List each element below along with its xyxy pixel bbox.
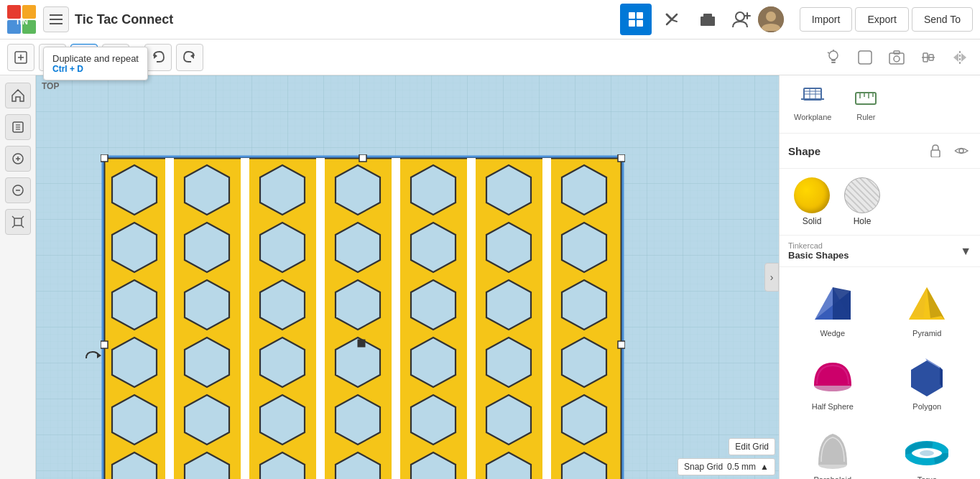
collapse-btn[interactable]: › <box>764 263 779 292</box>
svg-line-64 <box>12 225 14 228</box>
fit-btn[interactable] <box>5 209 31 235</box>
camera-btn[interactable] <box>884 45 910 70</box>
wedge-label: Wedge <box>820 329 845 338</box>
svg-point-21 <box>766 11 776 22</box>
workplane-label: Workplane <box>794 113 831 121</box>
panel-top-tools: Workplane Ruler <box>780 75 980 134</box>
library-brand: Tinkercad <box>788 241 849 250</box>
shape-item-paraboloid[interactable]: Paraboloid <box>787 421 879 479</box>
halfsphere-preview <box>811 355 854 398</box>
box-btn[interactable] <box>692 4 724 35</box>
svg-rect-11 <box>637 20 643 27</box>
solid-label: Solid <box>803 216 822 226</box>
shape-options: Solid Hole <box>780 169 980 236</box>
svg-marker-35 <box>154 53 157 59</box>
svg-point-37 <box>829 51 838 60</box>
svg-marker-50 <box>953 53 958 62</box>
pyramid-preview <box>905 282 948 325</box>
solid-option[interactable]: Solid <box>794 177 830 226</box>
ruler-label: Ruler <box>856 113 875 121</box>
svg-line-63 <box>22 216 24 218</box>
svg-rect-123 <box>101 154 108 162</box>
shape-item-halfsphere[interactable]: Half Sphere <box>787 348 879 418</box>
solid-preview <box>794 177 830 213</box>
svg-rect-5 <box>50 14 63 16</box>
svg-marker-155 <box>940 367 943 387</box>
undo-btn[interactable] <box>144 44 172 71</box>
svg-rect-131 <box>358 340 365 347</box>
shape-outline-btn[interactable] <box>852 45 878 70</box>
view-label: TOP <box>42 81 59 91</box>
mirror-btn[interactable] <box>947 45 973 70</box>
polygon-preview <box>905 355 948 398</box>
torus-label: Torus <box>917 475 937 479</box>
svg-line-62 <box>12 216 14 218</box>
lock-shape-btn[interactable] <box>925 141 946 161</box>
grid-view-btn[interactable] <box>620 4 652 35</box>
hole-label: Hole <box>854 216 872 226</box>
shape-item-wedge[interactable]: Wedge <box>787 274 879 345</box>
svg-rect-8 <box>629 12 635 19</box>
shape-item-polygon[interactable]: Polygon <box>882 348 974 418</box>
zoom-out-btn[interactable] <box>5 177 31 203</box>
wedge-preview <box>811 282 854 325</box>
svg-rect-144 <box>931 150 940 157</box>
pickaxe-btn[interactable] <box>656 4 688 35</box>
svg-rect-75 <box>316 158 325 479</box>
paraboloid-preview <box>811 428 854 471</box>
zoom-extent-btn[interactable] <box>5 114 31 140</box>
svg-rect-78 <box>542 158 551 479</box>
hole-option[interactable]: Hole <box>844 177 880 226</box>
hole-preview <box>844 177 880 213</box>
project-title: Tic Tac Connect <box>75 12 620 27</box>
left-sidebar <box>0 75 36 479</box>
svg-rect-7 <box>50 23 63 24</box>
import-btn[interactable]: Import <box>800 7 853 32</box>
add-user-btn[interactable] <box>728 6 754 32</box>
edit-grid-btn[interactable]: Edit Grid <box>729 438 775 455</box>
shape-item-pyramid[interactable]: Pyramid <box>882 274 974 345</box>
shape-header: Shape <box>780 134 980 169</box>
snap-dropdown-icon[interactable]: ▲ <box>760 462 769 472</box>
right-panel: Workplane Ruler Shape <box>779 75 980 479</box>
halfsphere-label: Half Sphere <box>812 402 854 411</box>
canvas-area[interactable]: TOP <box>36 75 779 479</box>
ruler-btn[interactable]: Ruler <box>846 83 886 126</box>
tinkercad-logo[interactable]: TIN <box>7 5 36 34</box>
redo-btn[interactable] <box>176 44 203 71</box>
svg-rect-77 <box>467 158 476 479</box>
snap-grid-value: 0.5 mm <box>727 462 756 472</box>
svg-rect-76 <box>392 158 400 479</box>
svg-line-41 <box>828 52 829 53</box>
rotate-btn[interactable] <box>83 348 104 370</box>
shapes-grid: Wedge Pyramid <box>780 267 980 479</box>
workplane-btn[interactable]: Workplane <box>787 83 838 126</box>
hex-model[interactable] <box>101 154 625 479</box>
svg-rect-124 <box>359 154 366 162</box>
library-header: Tinkercad Basic Shapes ▼ <box>780 236 980 267</box>
export-btn[interactable]: Export <box>855 7 908 32</box>
home-btn[interactable] <box>5 83 31 108</box>
menu-icon-btn[interactable] <box>43 6 69 32</box>
svg-point-159 <box>920 450 934 456</box>
send-to-btn[interactable]: Send To <box>912 7 973 32</box>
svg-rect-9 <box>637 12 643 19</box>
svg-line-65 <box>22 225 24 228</box>
library-dropdown-btn[interactable]: ▼ <box>960 245 971 258</box>
svg-rect-127 <box>618 341 625 348</box>
avatar-btn[interactable] <box>758 6 784 32</box>
new-shape-btn[interactable] <box>7 44 34 71</box>
svg-point-145 <box>959 149 963 153</box>
visible-shape-btn[interactable] <box>951 141 971 161</box>
svg-rect-125 <box>618 154 625 162</box>
align-btn[interactable] <box>915 45 941 70</box>
svg-rect-10 <box>629 20 635 27</box>
svg-point-17 <box>736 12 744 21</box>
svg-text:TIN: TIN <box>15 17 28 26</box>
torus-preview <box>905 428 948 471</box>
main-area: TOP <box>0 75 980 479</box>
bulb-btn[interactable] <box>820 45 846 70</box>
zoom-in-btn[interactable] <box>5 146 31 172</box>
snap-grid[interactable]: Snap Grid 0.5 mm ▲ <box>678 458 775 475</box>
shape-item-torus[interactable]: Torus <box>882 421 974 479</box>
